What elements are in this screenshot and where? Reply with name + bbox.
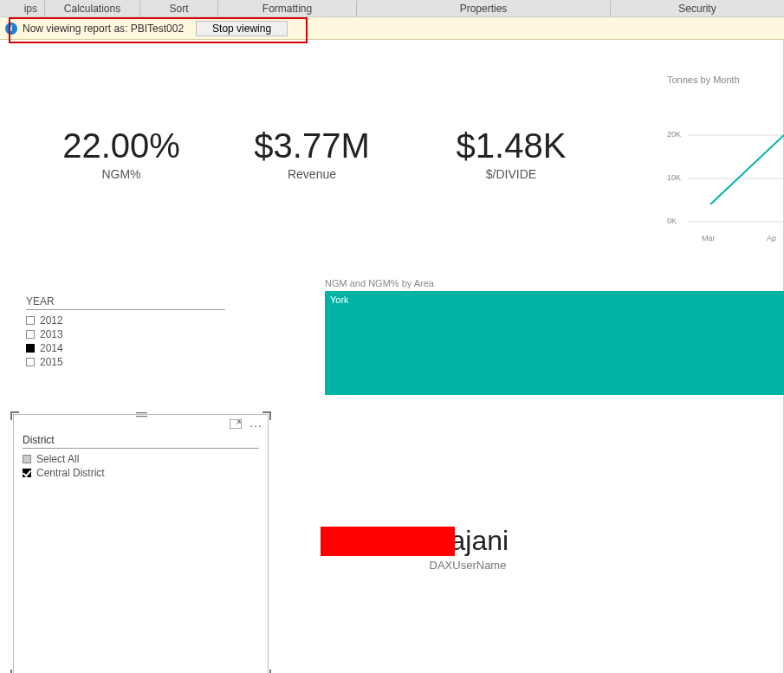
view-as-infobar: i Now viewing report as: PBITest002 Stop… [0, 17, 784, 40]
report-canvas: 22.00% NGM% $3.77M Revenue $1.48K $/DIVI… [0, 40, 784, 673]
slicer-item-2015[interactable]: 2015 [26, 355, 225, 369]
checkbox-icon[interactable] [26, 330, 35, 339]
selection-handle[interactable] [10, 411, 19, 420]
drag-handle-icon[interactable]: == [135, 408, 146, 422]
svg-line-4 [236, 421, 240, 424]
slicer-item-label: 2015 [40, 356, 63, 368]
selection-handle[interactable] [262, 670, 271, 673]
card-value: $3.77M [217, 126, 407, 165]
card-revenue[interactable]: $3.77M Revenue [217, 126, 407, 181]
slicer-district[interactable]: == ··· District Select All Central Distr… [13, 414, 269, 673]
line-series [710, 135, 784, 204]
slicer-item-label: 2014 [40, 342, 63, 354]
slicer-title: YEAR [26, 295, 225, 310]
slicer-item-central-district[interactable]: Central District [23, 466, 259, 480]
card-per-divide[interactable]: $1.48K $/DIVIDE [416, 126, 606, 181]
slicer-item-2013[interactable]: 2013 [26, 327, 225, 341]
slicer-item-select-all[interactable]: Select All [23, 452, 259, 466]
checkbox-icon[interactable] [26, 344, 35, 353]
card-label: DAXUserName [321, 559, 615, 572]
ribbon-group-formatting[interactable]: Formatting [218, 1, 357, 16]
more-options-icon[interactable]: ··· [249, 418, 262, 432]
slicer-item-label: Central District [36, 467, 105, 479]
card-value: 22.00% [26, 126, 217, 165]
card-value: $1.48K [416, 126, 606, 165]
stop-viewing-button[interactable]: Stop viewing [196, 21, 288, 36]
selection-handle[interactable] [262, 411, 271, 420]
annotation-redaction [321, 527, 455, 556]
ribbon-group-ips[interactable]: ips [0, 1, 45, 16]
checkbox-icon[interactable] [23, 455, 31, 463]
ribbon-group-security[interactable]: Security [611, 1, 784, 16]
ribbon-group-sort[interactable]: Sort [140, 1, 218, 16]
card-label: $/DIVIDE [416, 167, 606, 181]
slicer-item-2014[interactable]: 2014 [26, 341, 225, 355]
slicer-item-2012[interactable]: 2012 [26, 314, 225, 327]
view-as-text: Now viewing report as: PBITest002 [23, 23, 184, 35]
axis-tick: Ap [767, 234, 776, 243]
treemap-label: York [330, 294, 349, 305]
chart-area-title: NGM and NGM% by Area [325, 278, 434, 288]
card-label: NGM% [26, 167, 217, 181]
axis-tick: Mar [702, 234, 716, 243]
axis-tick: 0K [667, 217, 677, 225]
chart-ngm-by-area[interactable]: York [325, 291, 784, 395]
ribbon-group-calculations[interactable]: Calculations [45, 1, 140, 16]
chart-tonnes-by-month[interactable]: Tonnes by Month 20K 10K 0K Mar Ap [667, 74, 784, 291]
checkbox-icon[interactable] [26, 358, 35, 366]
slicer-title: District [23, 434, 259, 449]
slicer-year[interactable]: YEAR 2012 2013 2014 2015 [26, 295, 225, 369]
focus-mode-icon[interactable] [230, 418, 242, 428]
ribbon-group-properties[interactable]: Properties [357, 1, 611, 16]
card-label: Revenue [217, 167, 407, 181]
checkbox-icon[interactable] [26, 316, 35, 325]
slicer-item-label: 2012 [40, 314, 63, 327]
chart-title: Tonnes by Month [667, 74, 784, 85]
slicer-item-label: Select All [36, 453, 79, 465]
slicer-item-label: 2013 [40, 328, 63, 340]
axis-tick: 10K [667, 173, 681, 182]
ribbon-groups: ips Calculations Sort Formatting Propert… [0, 0, 784, 17]
card-ngm-percent[interactable]: 22.00% NGM% [26, 126, 217, 181]
info-icon: i [5, 23, 17, 35]
axis-tick: 20K [667, 130, 681, 139]
selection-handle[interactable] [10, 670, 19, 673]
checkbox-icon[interactable] [23, 469, 31, 477]
